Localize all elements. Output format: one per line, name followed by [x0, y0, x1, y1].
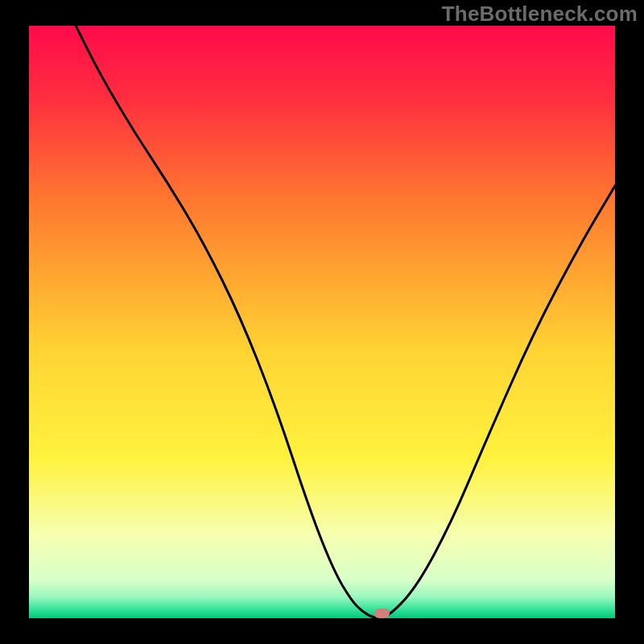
bottleneck-curve — [29, 26, 615, 618]
watermark-text: TheBottleneck.com — [442, 2, 638, 27]
optimal-point-marker — [374, 609, 390, 618]
chart-frame: TheBottleneck.com — [0, 0, 644, 644]
curve-path — [76, 26, 615, 618]
plot-area — [29, 26, 615, 618]
